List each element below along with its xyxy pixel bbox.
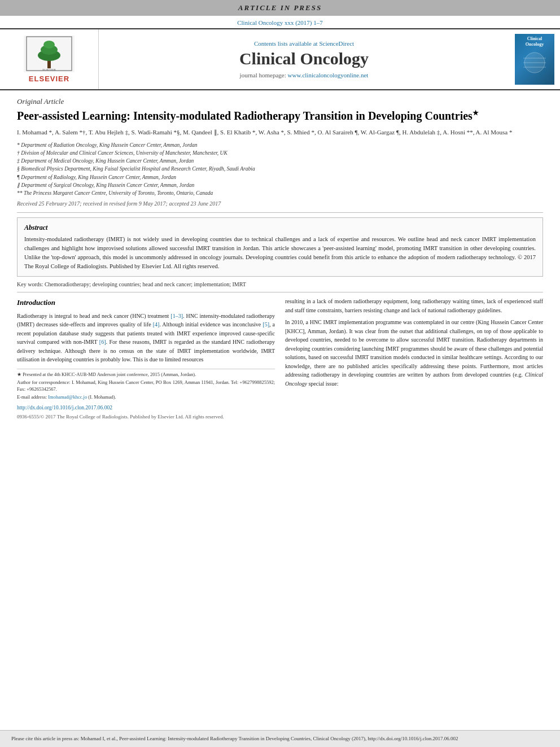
bottom-citation-text: Please cite this article in press as: Mo… bbox=[11, 736, 458, 741]
left-column: Introduction Radiotherapy is integral to… bbox=[17, 297, 275, 425]
ref-1-3[interactable]: [1–3] bbox=[170, 313, 183, 319]
title-star: ★ bbox=[473, 109, 479, 117]
footnote-star-text: ★ Presented at the 4th KHCC-AUB-MD Ander… bbox=[17, 372, 196, 377]
right-para-1: resulting in a lack of modern radiothera… bbox=[285, 297, 543, 314]
email-link[interactable]: Imohamad@khcc.jo bbox=[48, 394, 87, 400]
abstract-box: Abstract Intensity-modulated radiotherap… bbox=[17, 217, 543, 277]
header-row: ELSEVIER ELSEVIER Contents lists availab… bbox=[0, 29, 560, 90]
page: ARTICLE IN PRESS Clinical Oncology xxx (… bbox=[0, 0, 560, 747]
journal-title: Clinical Oncology bbox=[239, 49, 369, 68]
affil-3: ‡ Department of Medical Oncology, King H… bbox=[17, 157, 543, 165]
ref-6[interactable]: [6] bbox=[99, 339, 106, 345]
footnote-area: ★ Presented at the 4th KHCC-AUB-MD Ander… bbox=[17, 369, 275, 401]
affil-2: † Division of Molecular and Clinical Can… bbox=[17, 149, 543, 157]
footnote-corresponding: Author for correspondence: I. Mohamad, K… bbox=[17, 379, 275, 393]
sciencedirect-link[interactable]: ScienceDirect bbox=[319, 40, 354, 47]
affil-4: § Biomedical Physics Department, King Fa… bbox=[17, 165, 543, 173]
intro-para-1: Radiotherapy is integral to head and nec… bbox=[17, 312, 275, 364]
cover-graphic bbox=[518, 47, 552, 78]
ref-4[interactable]: [4] bbox=[153, 321, 160, 327]
received-line: Received 25 February 2017; received in r… bbox=[17, 200, 543, 207]
authors-line: I. Mohamad *, A. Salem *†, T. Abu Hejleh… bbox=[17, 128, 543, 138]
keywords-text: Key words: Chemoradiotherapy; developing… bbox=[17, 281, 246, 287]
article-type: Original Article bbox=[17, 97, 543, 106]
journal-name-cell: Contents lists available at ScienceDirec… bbox=[99, 29, 509, 89]
cover-cell: Clinical Oncology bbox=[509, 29, 560, 89]
article-in-press-banner: ARTICLE IN PRESS bbox=[0, 0, 560, 16]
right-para-2: In 2010, a HNC IMRT implementation progr… bbox=[285, 318, 543, 388]
affil-6: ∥ Department of Surgical Oncology, King … bbox=[17, 181, 543, 189]
contents-prefix: Contents lists available at bbox=[254, 40, 319, 47]
contents-line: Contents lists available at ScienceDirec… bbox=[254, 40, 354, 47]
affiliations: * Department of Radiation Oncology, King… bbox=[17, 141, 543, 198]
affil-7: ** The Princess Margaret Cancer Centre, … bbox=[17, 189, 543, 197]
article-title: Peer-assisted Learning: Intensity-modula… bbox=[17, 108, 543, 123]
journal-citation: Clinical Oncology xxx (2017) 1–7 bbox=[237, 19, 323, 26]
elsevier-label: ELSEVIER bbox=[29, 75, 69, 83]
svg-text:ELSEVIER: ELSEVIER bbox=[42, 68, 56, 71]
introduction-heading: Introduction bbox=[17, 297, 275, 308]
divider-1 bbox=[17, 212, 543, 213]
svg-point-4 bbox=[43, 41, 55, 49]
divider-2 bbox=[17, 292, 543, 292]
title-text: Peer-assisted Learning: Intensity-modula… bbox=[17, 110, 473, 122]
right-column: resulting in a lack of modern radiothera… bbox=[285, 297, 543, 425]
doi-link[interactable]: http://dx.doi.org/10.1016/j.clon.2017.06… bbox=[17, 404, 275, 412]
elsevier-tree-logo: ELSEVIER bbox=[24, 36, 75, 72]
affil-1: * Department of Radiation Oncology, King… bbox=[17, 141, 543, 149]
main-content: Original Article Peer-assisted Learning:… bbox=[0, 90, 560, 730]
email-label: E-mail address: bbox=[17, 394, 47, 400]
journal-homepage: journal homepage: www.clinicaloncologyon… bbox=[240, 72, 369, 78]
affil-5: ¶ Department of Radiology, King Hussein … bbox=[17, 173, 543, 181]
two-column-body: Introduction Radiotherapy is integral to… bbox=[17, 297, 543, 425]
journal-citation-bar: Clinical Oncology xxx (2017) 1–7 bbox=[0, 16, 560, 29]
abstract-heading: Abstract bbox=[24, 224, 536, 232]
footnote-star: ★ Presented at the 4th KHCC-AUB-MD Ander… bbox=[17, 372, 275, 378]
journal-cover-image: Clinical Oncology bbox=[515, 34, 554, 85]
homepage-link[interactable]: www.clinicaloncologyonline.net bbox=[288, 72, 369, 78]
homepage-prefix: journal homepage: bbox=[240, 72, 288, 78]
cover-journal-text: Clinical Oncology bbox=[526, 36, 544, 47]
ref-5[interactable]: [5] bbox=[262, 321, 269, 327]
copyright-line: 0936-6555/© 2017 The Royal College of Ra… bbox=[17, 413, 275, 421]
footnote-email: E-mail address: Imohamad@khcc.jo (I. Moh… bbox=[17, 394, 275, 401]
keywords-line: Key words: Chemoradiotherapy; developing… bbox=[17, 281, 543, 287]
bottom-citation-bar: Please cite this article in press as: Mo… bbox=[0, 730, 560, 748]
corresponding-text: Author for correspondence: I. Mohamad, K… bbox=[17, 379, 275, 392]
email-suffix: (I. Mohamad). bbox=[88, 394, 116, 400]
logo-cell: ELSEVIER ELSEVIER bbox=[0, 29, 99, 89]
banner-text: ARTICLE IN PRESS bbox=[238, 3, 322, 12]
abstract-text: Intensity-modulated radiotherapy (IMRT) … bbox=[24, 235, 536, 270]
